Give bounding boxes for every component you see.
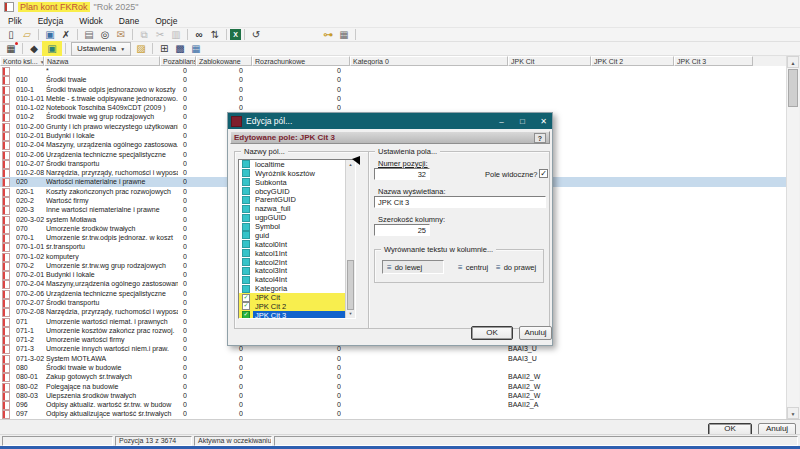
unchecked-checkbox-icon[interactable] [242,178,250,186]
properties-icon[interactable]: ▨ [133,42,149,55]
menu-item-edycja[interactable]: Edycja [30,14,72,27]
column-header-7[interactable]: JPK Cit [508,56,591,66]
window-icon[interactable]: ⊞ [156,42,172,55]
menu-item-widok[interactable]: Widok [71,14,111,27]
unchecked-checkbox-icon[interactable] [242,187,250,195]
unchecked-checkbox-icon[interactable] [242,223,250,231]
unchecked-checkbox-icon[interactable] [242,205,250,213]
unchecked-checkbox-icon[interactable] [242,249,250,257]
unchecked-checkbox-icon[interactable] [242,231,250,239]
field-list-item[interactable]: nazwa_full [239,204,345,213]
table-row[interactable]: 080-02Polegające na budowie000BAAII2_W [0,382,786,391]
list-scroll-down-icon[interactable]: ▼ [346,309,355,318]
field-list-scrollbar[interactable]: ▲ ▼ [345,160,355,318]
undo-icon[interactable]: ↺ [248,28,264,41]
field-list-item[interactable]: guid [239,231,345,240]
edit-icon[interactable]: ▣ [42,28,58,41]
unchecked-checkbox-icon[interactable] [242,196,250,204]
minimize-icon[interactable]: – [493,113,510,129]
table-row[interactable]: 071-3-02System MOTŁAWA000BAAI3_U [0,354,786,363]
menu-item-opcje[interactable]: Opcje [147,14,185,27]
table-row[interactable]: 010-1-01Meble - ś.trwałe odpisywane jedn… [0,94,786,103]
image-icon[interactable]: ▩ [172,42,188,55]
unchecked-checkbox-icon[interactable] [242,214,250,222]
field-list-item[interactable]: katcol2Int [239,258,345,267]
new-icon[interactable]: ▯ [3,28,19,41]
column-width-input[interactable]: 25 [374,224,430,236]
fields-grid-icon[interactable]: ▦ [3,42,19,55]
maximize-icon[interactable]: □ [514,113,531,129]
unchecked-checkbox-icon[interactable] [242,160,250,168]
edit-columns-icon[interactable]: ▣ [44,42,60,55]
copy-icon[interactable]: ⧉ [136,28,152,41]
scroll-down-icon[interactable]: ▼ [787,407,799,419]
list-scrollbar-thumb[interactable] [347,260,354,310]
table-row[interactable]: 080-01Zakup gotowych śr.trwałych000BAAII… [0,372,786,381]
column-header-3[interactable]: Pozabilans. [160,56,196,66]
dialog-cancel-button[interactable]: Anuluj [519,326,552,340]
unchecked-checkbox-icon[interactable] [242,240,250,248]
field-list-item[interactable]: ParentGUID [239,196,345,205]
sheet-icon[interactable]: ▦ [188,42,204,55]
field-list-item[interactable]: Wyróżnik kosztów [239,169,345,178]
checked-checkbox-icon[interactable]: ✓ [242,302,250,310]
column-header-6[interactable]: Kategoria 0 [350,56,508,66]
unchecked-checkbox-icon[interactable] [242,276,250,284]
unchecked-checkbox-icon[interactable] [242,285,250,293]
field-list-item[interactable]: localtime [239,160,345,169]
field-visible-checkbox[interactable]: ✓ [539,169,548,178]
column-header-1[interactable]: Konto ksi...▼ [0,56,44,66]
table-row[interactable]: 010-1-02Notebook Toschiba S409xCDT (2009… [0,103,786,112]
column-header-2[interactable]: Nazwa [44,56,160,66]
menu-item-dane[interactable]: Dane [111,14,147,27]
scrollbar-thumb[interactable] [788,69,798,107]
position-number-input[interactable]: 32 [374,168,430,180]
ustawienia-button[interactable]: Ustawienia▼ [71,42,131,56]
field-list[interactable]: localtimeWyróżnik kosztówSubkontaobcyGUI… [238,159,356,319]
table-row[interactable]: 010-1Środki trwałe odpis jednorazowo w k… [0,85,786,94]
field-list-item[interactable]: obcyGUID [239,187,345,196]
column-header-8[interactable]: JPK Cit 2 [591,56,674,66]
close-icon[interactable]: ✕ [535,113,552,129]
field-list-item[interactable]: katcol3Int [239,267,345,276]
permissions-key-icon[interactable]: ⊶ [320,28,336,41]
unchecked-checkbox-icon[interactable] [242,258,250,266]
sort-icon[interactable]: ⇅ [207,28,223,41]
scroll-up-icon[interactable]: ▲ [787,56,799,68]
navigate-diamond-icon[interactable]: ◆ [26,42,42,55]
dialog-ok-button[interactable]: OK [471,326,513,340]
field-list-item[interactable]: Subkonta [239,178,345,187]
table-row[interactable]: 010Środki trwałe000 [0,75,786,84]
column-header-5[interactable]: Rozrachunkowe [252,56,350,66]
display-name-input[interactable]: JPK Cit 3 [374,196,546,208]
table-row[interactable]: 080Środki trwałe w budowie000 [0,363,786,372]
checked-checkbox-icon[interactable]: ✓ [242,311,250,319]
dialog-title-bar[interactable]: Edycja pól... – □ ✕ [228,113,552,129]
print-preview-icon[interactable]: ◎ [97,28,113,41]
field-list-item[interactable]: ✓JPK Cit [239,293,345,302]
table-scrollbar[interactable]: ▲ ▼ [786,56,799,419]
accounts-table-icon[interactable]: ▦ [336,28,352,41]
table-row[interactable]: 097Odpisy aktualizujące wartość śr.trwał… [0,409,786,418]
delete-icon[interactable]: ✗ [58,28,74,41]
field-list-item[interactable]: ✓JPK Cit 2 [239,302,345,311]
field-list-item[interactable]: ugpGUID [239,213,345,222]
align-right-button[interactable]: ≡ do prawej [492,260,544,274]
column-header-9[interactable]: JPK Cit 3 [674,56,753,66]
print-icon[interactable]: ▤ [81,28,97,41]
menu-item-plik[interactable]: Plik [0,14,30,27]
field-list-item[interactable]: katcol4Int [239,275,345,284]
table-row[interactable]: 096Odpisy aktualiz. wartość śr.trw. w bu… [0,400,786,409]
mail-icon[interactable]: ✉ [113,28,129,41]
field-list-item[interactable]: Symbol [239,222,345,231]
align-left-button[interactable]: ≡ do lewej [382,260,444,274]
open-icon[interactable]: ▱ [19,28,35,41]
excel-export-icon[interactable]: X [230,29,241,40]
table-row[interactable]: 080-03Ulepszenia środków trwałych000BAAI… [0,391,786,400]
field-list-item[interactable]: katcol0Int [239,240,345,249]
paste-icon[interactable]: ▥ [168,28,184,41]
unchecked-checkbox-icon[interactable] [242,267,250,275]
field-list-item[interactable]: ✓JPK Cit 3 [239,311,345,319]
checked-checkbox-icon[interactable]: ✓ [242,294,250,302]
column-header-4[interactable]: Zablokowane [196,56,252,66]
